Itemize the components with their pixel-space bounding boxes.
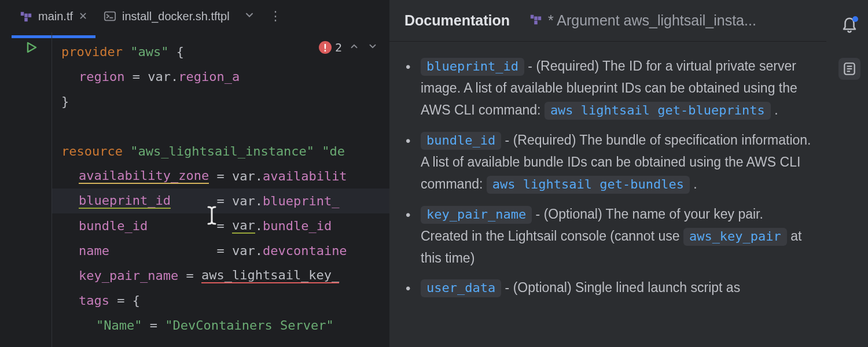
svg-rect-9 xyxy=(538,16,542,20)
doc-item-blueprint-id: blueprint_id - (Required) The ID for a v… xyxy=(404,56,811,121)
code-line[interactable]: resource "aws_lightsail_instance" "de xyxy=(52,139,389,164)
code-chip: aws lightsail get-bundles xyxy=(487,176,690,194)
editor-tabs: main.tf ✕ install_docker.sh.tftpl ⋮ xyxy=(0,0,389,32)
tab-main-tf[interactable]: main.tf ✕ xyxy=(12,0,95,32)
close-icon[interactable]: ✕ xyxy=(79,10,87,23)
doc-tabs: Documentation * Argument aws_lightsail_i… xyxy=(389,0,826,42)
svg-rect-4 xyxy=(105,12,115,21)
code-chip: key_pair_name xyxy=(421,206,532,224)
code-chip: user_data xyxy=(421,279,501,297)
doc-tab-documentation[interactable]: Documentation xyxy=(404,12,510,29)
code-content[interactable]: ! 2 provider "aws" { region = var.region… xyxy=(52,32,389,347)
doc-item-key-pair-name: key_pair_name - (Optional) The name of y… xyxy=(404,204,811,270)
code-area[interactable]: ! 2 provider "aws" { region = var.region… xyxy=(0,32,389,347)
code-line[interactable] xyxy=(52,114,389,139)
gutter xyxy=(0,32,52,347)
code-line[interactable]: "Name" = "DevContainers Server" xyxy=(52,313,389,338)
terraform-icon xyxy=(529,12,542,29)
error-count: 2 xyxy=(335,40,342,54)
code-line[interactable]: blueprint_id = var.blueprint_ xyxy=(52,189,389,213)
svg-rect-10 xyxy=(534,21,538,24)
notification-dot-icon xyxy=(852,16,858,22)
editor-pane: main.tf ✕ install_docker.sh.tftpl ⋮ ! 2 xyxy=(0,0,389,347)
code-line[interactable]: bundle_id = var.bundle_id xyxy=(52,213,389,238)
run-icon[interactable] xyxy=(24,40,38,57)
right-toolbar xyxy=(831,0,868,347)
svg-rect-1 xyxy=(24,13,28,17)
code-chip: bundle_id xyxy=(421,132,501,150)
tab-label: install_docker.sh.tftpl xyxy=(122,10,230,23)
svg-rect-7 xyxy=(531,15,534,19)
chevron-up-icon[interactable] xyxy=(348,41,361,54)
problems-indicator[interactable]: ! 2 xyxy=(319,40,379,54)
doc-item-user-data: user_data - (Optional) Single lined laun… xyxy=(404,277,811,299)
code-line[interactable]: region = var.region_a xyxy=(52,64,389,89)
code-line[interactable]: tags = { xyxy=(52,288,389,313)
documentation-toolwindow-button[interactable] xyxy=(838,58,860,80)
chevron-down-icon[interactable] xyxy=(366,41,379,54)
svg-rect-8 xyxy=(534,16,538,20)
error-icon: ! xyxy=(319,41,332,54)
doc-item-bundle-id: bundle_id - (Required) The bundle of spe… xyxy=(404,130,811,195)
code-line[interactable]: name = var.devcontaine xyxy=(52,238,389,263)
code-chip: aws_key_pair xyxy=(683,228,787,246)
tab-label: main.tf xyxy=(38,10,73,23)
code-chip: blueprint_id xyxy=(421,58,524,76)
code-chip: aws lightsail get-blueprints xyxy=(545,102,771,120)
documentation-pane: Documentation * Argument aws_lightsail_i… xyxy=(389,0,868,347)
tabs-menu-icon[interactable]: ⋮ xyxy=(261,9,291,24)
svg-rect-3 xyxy=(24,18,28,21)
shell-file-icon xyxy=(104,10,116,23)
tab-install-docker[interactable]: install_docker.sh.tftpl xyxy=(95,0,238,32)
tabs-overflow[interactable] xyxy=(238,9,261,24)
svg-rect-0 xyxy=(21,12,24,16)
svg-rect-2 xyxy=(28,13,31,17)
code-line[interactable]: availability_zone = var.availabilit xyxy=(52,164,389,189)
terraform-icon xyxy=(20,10,32,23)
code-line[interactable]: key_pair_name = aws_lightsail_key_ xyxy=(52,263,389,288)
notifications-button[interactable] xyxy=(838,14,860,36)
code-line[interactable]: } xyxy=(52,89,389,114)
doc-tab-argument[interactable]: * Argument aws_lightsail_insta... xyxy=(529,12,756,29)
doc-body[interactable]: blueprint_id - (Required) The ID for a v… xyxy=(389,42,826,347)
